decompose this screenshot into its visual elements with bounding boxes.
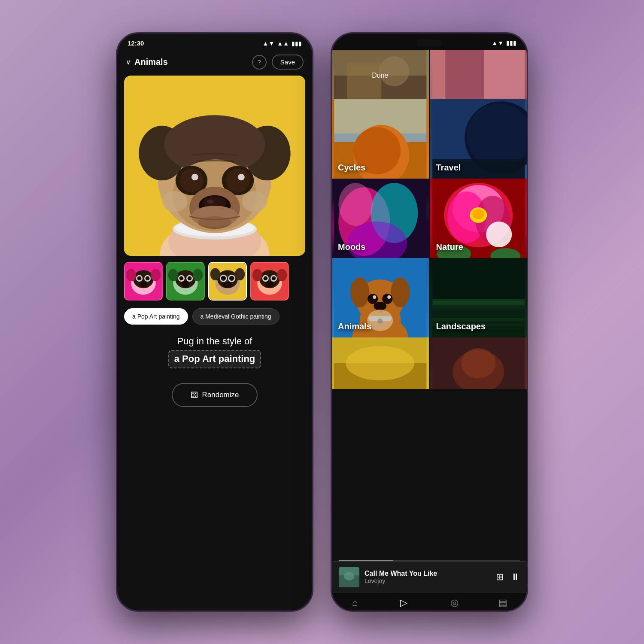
svg-point-63 xyxy=(277,269,287,281)
svg-point-30 xyxy=(146,276,150,281)
cell-abstract-partial[interactable] xyxy=(430,50,527,99)
svg-point-14 xyxy=(191,174,198,181)
svg-rect-114 xyxy=(432,318,525,322)
svg-point-39 xyxy=(179,276,184,281)
now-playing-bar[interactable]: Call Me What You Like Lovejoy ⊞ ⏸ xyxy=(332,561,527,592)
wifi-icon: ▲▼ xyxy=(263,40,275,47)
svg-point-49 xyxy=(221,276,226,281)
right-status-bar: ▲▼ ▮▮▮ xyxy=(332,33,527,50)
svg-point-104 xyxy=(382,294,392,304)
main-image xyxy=(124,76,305,256)
svg-point-51 xyxy=(223,282,233,288)
chevron-down-icon[interactable]: ∨ xyxy=(126,58,131,66)
thumbnail-1[interactable] xyxy=(124,262,163,301)
cell-landscape-partial[interactable]: Dune xyxy=(332,50,429,99)
cell-nature[interactable]: Nature xyxy=(430,179,527,258)
app-title: Animals xyxy=(134,57,168,67)
cell-travel[interactable]: Travel xyxy=(430,99,527,179)
left-notch xyxy=(202,39,228,46)
svg-rect-71 xyxy=(484,50,525,99)
svg-point-101 xyxy=(350,277,369,307)
randomize-button[interactable]: ⚄ Randomize xyxy=(172,383,258,407)
nav-library[interactable]: ▤ Library xyxy=(496,597,510,611)
svg-point-102 xyxy=(391,277,410,307)
row-animals-landscapes: Animals Landscapes xyxy=(332,258,527,337)
svg-point-126 xyxy=(344,572,354,580)
right-battery-icon: ▮▮▮ xyxy=(506,39,516,46)
animals-label: Animals xyxy=(338,322,371,331)
help-button[interactable]: ? xyxy=(252,55,267,70)
cast-icon[interactable]: ⊞ xyxy=(496,571,504,583)
thumbnail-2[interactable] xyxy=(166,262,205,301)
svg-point-33 xyxy=(151,269,161,281)
svg-point-86 xyxy=(338,183,373,226)
nav-library-label: Library xyxy=(496,610,510,611)
cycles-label: Cycles xyxy=(338,163,366,173)
svg-point-12 xyxy=(180,169,204,192)
nav-samples[interactable]: ▷ Samples xyxy=(395,597,413,611)
row-cycles-travel: Cycles Travel xyxy=(332,99,527,179)
svg-point-15 xyxy=(238,174,245,181)
svg-point-105 xyxy=(373,295,376,299)
svg-point-23 xyxy=(198,216,232,229)
thumbnail-strip xyxy=(117,256,312,307)
cell-bottom-left[interactable] xyxy=(332,337,429,389)
description-area: Pug in the style of a Pop Art painting xyxy=(117,331,312,373)
left-screen: 12:30 ▲▼ ▲▲ ▮▮▮ ∨ Animals ? Save xyxy=(117,33,312,611)
nav-samples-label: Samples xyxy=(395,610,413,611)
svg-point-52 xyxy=(210,268,220,280)
svg-point-93 xyxy=(472,209,484,219)
moods-label: Moods xyxy=(338,242,365,252)
left-phone: 12:30 ▲▼ ▲▲ ▮▮▮ ∨ Animals ? Save xyxy=(116,32,313,612)
now-playing-info: Call Me What You Like Lovejoy xyxy=(365,570,491,584)
bottom-nav: ⌂ Home ▷ Samples ◎ Explore ▤ Library xyxy=(332,592,527,611)
now-playing-controls: ⊞ ⏸ xyxy=(496,571,520,583)
left-time: 12:30 xyxy=(128,39,144,47)
randomize-label: Randomize xyxy=(202,391,239,399)
header-right: ? Save xyxy=(252,55,304,70)
right-screen: ▲▼ ▮▮▮ Dune xyxy=(332,33,527,611)
header-left: ∨ Animals xyxy=(126,57,168,67)
description-highlight[interactable]: a Pop Art painting xyxy=(168,350,261,368)
svg-point-40 xyxy=(188,276,192,281)
chip-pop-art[interactable]: a Pop Art painting xyxy=(124,308,188,325)
cell-landscapes[interactable]: Landscapes xyxy=(430,258,527,337)
svg-point-62 xyxy=(252,269,262,281)
svg-text:Dune: Dune xyxy=(372,72,388,79)
top-strip: Dune xyxy=(332,50,527,99)
svg-point-67 xyxy=(379,56,409,86)
battery-icon: ▮▮▮ xyxy=(292,40,302,47)
svg-point-41 xyxy=(181,281,189,287)
save-button[interactable]: Save xyxy=(272,55,304,70)
left-status-icons: ▲▼ ▲▲ ▮▮▮ xyxy=(263,40,302,47)
samples-icon: ▷ xyxy=(400,597,407,608)
pause-button[interactable]: ⏸ xyxy=(510,571,520,583)
svg-point-31 xyxy=(139,281,147,287)
thumbnail-4[interactable] xyxy=(250,262,289,301)
nav-home[interactable]: ⌂ Home xyxy=(349,597,361,611)
right-wifi-icon: ▲▼ xyxy=(492,39,504,46)
svg-point-43 xyxy=(193,269,203,281)
cell-animals[interactable]: Animals xyxy=(332,258,429,337)
dice-icon: ⚄ xyxy=(191,390,198,400)
right-phone: ▲▼ ▮▮▮ Dune xyxy=(331,32,528,612)
thumbnail-3-active[interactable] xyxy=(208,262,247,301)
cell-cycles[interactable]: Cycles xyxy=(332,99,429,179)
svg-point-120 xyxy=(346,346,414,380)
row-moods-nature: Moods xyxy=(332,179,527,258)
nav-explore[interactable]: ◎ Explore xyxy=(446,597,462,611)
cell-moods[interactable]: Moods xyxy=(332,179,429,258)
svg-rect-66 xyxy=(347,63,381,99)
home-icon: ⌂ xyxy=(352,597,358,608)
svg-point-123 xyxy=(461,348,495,378)
cell-bottom-right[interactable] xyxy=(430,337,527,389)
style-chips: a Pop Art painting a Medieval Gothic pai… xyxy=(117,307,312,331)
description-text: Pug in the style of a Pop Art painting xyxy=(126,335,304,368)
explore-icon: ◎ xyxy=(450,597,459,608)
chip-medieval[interactable]: a Medieval Gothic painting xyxy=(192,308,279,325)
svg-point-21 xyxy=(162,191,187,212)
app-header: ∨ Animals ? Save xyxy=(117,50,312,76)
pug-illustration xyxy=(124,76,305,256)
svg-point-13 xyxy=(226,169,249,192)
library-icon: ▤ xyxy=(498,597,507,608)
